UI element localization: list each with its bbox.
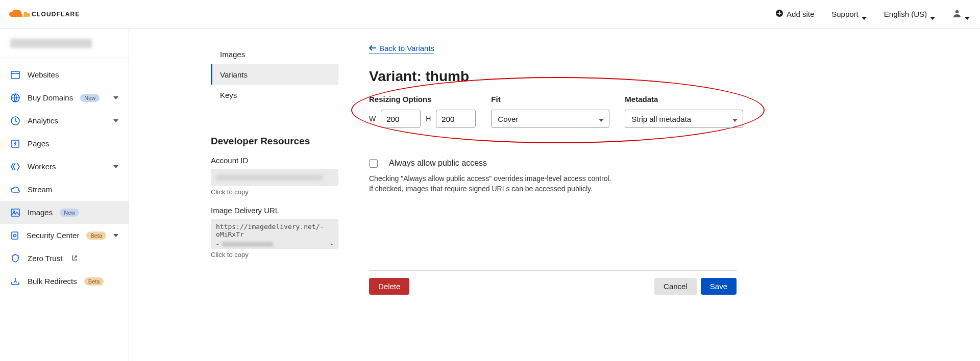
public-access-checkbox[interactable] (369, 159, 378, 168)
language-menu[interactable]: English (US) (884, 10, 935, 18)
public-access-help-2: If checked, images that require signed U… (369, 184, 980, 194)
sidebar-item-label: Workers (28, 162, 56, 171)
delete-label: Delete (378, 282, 400, 291)
chevron-down-icon (113, 234, 118, 237)
width-input[interactable] (381, 110, 421, 128)
subnav-item-label: Variants (220, 70, 248, 79)
subnav-item-variants[interactable]: Variants (211, 64, 338, 85)
click-to-copy-hint: Click to copy (211, 251, 338, 259)
sidebar-item-label: Zero Trust (28, 254, 62, 263)
back-link-label: Back to Variants (379, 44, 434, 53)
chevron-down-icon (862, 13, 867, 16)
back-to-variants-link[interactable]: Back to Variants (369, 44, 434, 54)
user-icon (952, 9, 962, 19)
add-site-label: Add site (787, 10, 814, 18)
account-switcher[interactable] (0, 29, 129, 58)
brand-logo[interactable]: CLOUDFLARE (8, 9, 80, 20)
user-menu[interactable] (952, 9, 970, 19)
chevron-down-icon (113, 119, 118, 122)
chevron-down-icon (113, 165, 118, 168)
fit-label: Fit (491, 95, 609, 104)
height-input[interactable] (436, 110, 476, 128)
account-id-value[interactable] (211, 169, 338, 186)
save-button[interactable]: Save (701, 278, 737, 295)
sidebar-item-images[interactable]: Images New (0, 201, 129, 224)
metadata-label: Metadata (625, 95, 743, 104)
zerotrust-icon (10, 253, 20, 264)
workers-icon (10, 162, 20, 172)
sidebar-item-analytics[interactable]: Analytics (0, 109, 129, 132)
add-site-button[interactable]: Add site (775, 9, 814, 19)
new-badge: New (60, 209, 79, 217)
sidebar-item-label: Pages (28, 139, 50, 148)
chevron-down-icon (965, 13, 970, 16)
scroll-left-icon: ◂ (216, 241, 219, 247)
click-to-copy-hint: Click to copy (211, 188, 338, 196)
subnav-item-label: Images (220, 50, 245, 59)
brand-wordmark: CLOUDFLARE (32, 11, 80, 18)
sidebar-item-label: Bulk Redirects (28, 277, 77, 286)
new-badge: New (80, 94, 100, 102)
account-id-label: Account ID (211, 156, 338, 165)
redirect-icon (10, 276, 20, 287)
chevron-down-icon (599, 115, 604, 123)
sidebar-item-label: Websites (28, 70, 59, 79)
save-label: Save (710, 282, 727, 291)
sidebar-item-workers[interactable]: Workers (0, 155, 129, 178)
fit-select[interactable]: Cover (491, 110, 609, 128)
beta-badge: Beta (84, 277, 104, 286)
sidebar-item-security-center[interactable]: Security Center Beta (0, 224, 129, 247)
support-menu[interactable]: Support (831, 10, 867, 18)
browser-icon (10, 70, 20, 80)
chevron-down-icon (113, 96, 118, 99)
chevron-down-icon (930, 13, 935, 16)
topbar: CLOUDFLARE Add site Support English (US) (0, 0, 980, 29)
subnav-item-keys[interactable]: Keys (211, 85, 338, 105)
dev-resources-heading: Developer Resources (211, 136, 338, 147)
image-delivery-url-label: Image Delivery URL (211, 206, 338, 215)
shield-icon (10, 230, 19, 241)
arrow-left-icon (369, 44, 376, 53)
sidebar-item-bulk-redirects[interactable]: Bulk Redirects Beta (0, 270, 129, 293)
variant-options-row: Resizing Options W H Fit Cover (369, 95, 980, 128)
beta-badge: Beta (86, 231, 106, 240)
svg-rect-6 (11, 209, 19, 216)
sidebar-item-websites[interactable]: Websites (0, 63, 129, 86)
subnav-item-images[interactable]: Images (211, 44, 338, 64)
public-access-label: Always allow public access (389, 159, 487, 168)
cancel-button[interactable]: Cancel (654, 278, 697, 295)
sidebar-item-pages[interactable]: Pages (0, 132, 129, 155)
account-id-redacted (216, 174, 323, 181)
width-label: W (369, 115, 376, 123)
subnav: Images Variants Keys (211, 44, 338, 105)
account-email-redacted (10, 39, 92, 48)
svg-point-1 (955, 10, 959, 13)
height-label: H (426, 115, 431, 123)
cloud-icon (10, 185, 20, 195)
resizing-options-label: Resizing Options (369, 95, 476, 104)
globe-icon (10, 93, 20, 103)
page-title: Variant: thumb (369, 68, 980, 85)
url-redacted (222, 242, 273, 247)
sidebar-item-label: Buy Domains (28, 93, 73, 102)
metadata-select[interactable]: Strip all metadata (625, 110, 743, 128)
fit-select-value: Cover (498, 115, 518, 123)
delete-button[interactable]: Delete (369, 278, 409, 295)
svg-rect-2 (11, 71, 19, 79)
sidebar-item-stream[interactable]: Stream (0, 178, 129, 201)
image-delivery-url-text: https://imagedelivery.net/-oMiRxTr (216, 223, 333, 238)
svg-rect-8 (12, 232, 18, 239)
plus-circle-icon (775, 9, 783, 19)
image-delivery-url-value[interactable]: https://imagedelivery.net/-oMiRxTr ◂ ▸ (211, 219, 338, 249)
cloudflare-cloud-icon (8, 9, 31, 20)
bolt-icon (10, 139, 20, 149)
sidebar-item-label: Security Center (27, 231, 79, 240)
language-label: English (US) (884, 10, 927, 18)
cancel-label: Cancel (664, 282, 688, 291)
svg-point-9 (14, 234, 16, 237)
public-access-help-1: Checking "Always allow public access" ov… (369, 174, 980, 184)
sidebar-item-buy-domains[interactable]: Buy Domains New (0, 86, 129, 109)
sidebar-item-zero-trust[interactable]: Zero Trust (0, 247, 129, 270)
sidebar-item-label: Stream (28, 185, 52, 194)
scroll-right-icon: ▸ (330, 241, 333, 247)
